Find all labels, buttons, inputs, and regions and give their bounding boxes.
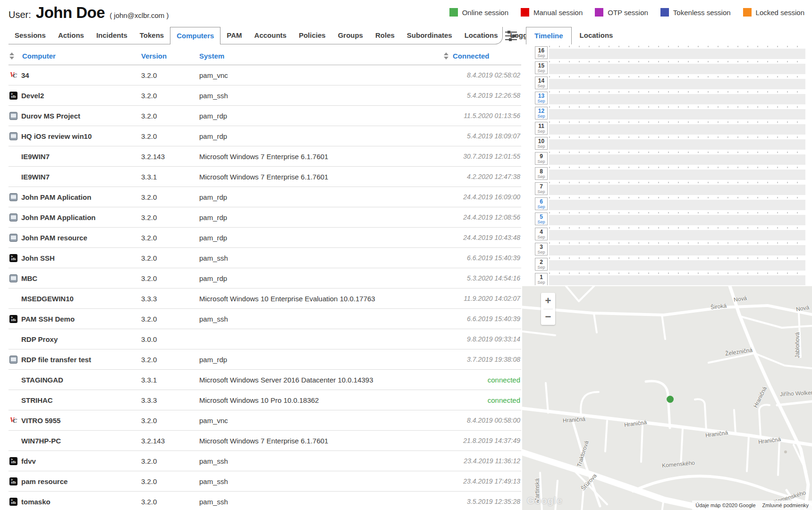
map[interactable]: NováŠirokáNováJabloňováŽelezničnáHraničn… [522, 286, 812, 510]
tab-pam[interactable]: PAM [220, 27, 248, 44]
table-row[interactable]: >_SSHJohn SSH3.2.0pam_ssh6.6.2019 15:40:… [8, 248, 521, 268]
timeline-bar[interactable] [549, 49, 805, 59]
timeline-day: 11 [538, 123, 544, 129]
table-row[interactable]: John PAM Application3.2.0pam_rdp24.4.201… [8, 207, 521, 228]
table-row[interactable]: MBC3.2.0pam_rdp5.3.2020 14:54:16 [8, 268, 521, 289]
cell-system: Microsoft Windows 7 Enterprise 6.1.7601 [199, 437, 444, 445]
table-row[interactable]: >_SSHpam resource3.2.0pam_ssh23.4.2019 1… [8, 471, 521, 492]
table-row[interactable]: IE9WIN73.3.1Microsoft Windows 7 Enterpri… [8, 167, 521, 187]
timeline-date-box[interactable]: 8Sep [535, 167, 548, 180]
table-row[interactable]: John PAM resource3.2.0pam_rdp24.4.2019 1… [8, 228, 521, 248]
timeline-row: 6Sep [533, 196, 805, 212]
connected-status: connected [444, 376, 520, 384]
timeline-bar[interactable] [549, 200, 805, 210]
timeline-date-box[interactable]: 3Sep [535, 243, 548, 255]
cell-connected: 24.4.2019 16:09:00 [444, 193, 521, 201]
location-marker[interactable] [667, 396, 674, 403]
table-row[interactable]: MSEDGEWIN103.3.3Microsoft Windows 10 Ent… [8, 289, 521, 309]
timeline-date-box[interactable]: 10Sep [535, 137, 548, 150]
connected-date: 24.4.2019 12:08:56 [444, 213, 520, 221]
terms-link[interactable]: Zmluvné podmienky [759, 501, 812, 510]
table-row[interactable]: RDP Proxy3.0.09.8.2019 09:33:14 [8, 329, 521, 349]
timeline-bar[interactable] [549, 124, 805, 135]
tab-incidents[interactable]: Incidents [90, 27, 134, 44]
tab-roles[interactable]: Roles [369, 27, 401, 44]
tab-subordinates[interactable]: Subordinates [401, 27, 458, 44]
cell-version: 3.2.0 [141, 213, 199, 221]
table-row[interactable]: >_SSHDevel23.2.0pam_ssh5.4.2019 12:26:58 [8, 85, 521, 106]
zoom-in-button[interactable]: + [541, 293, 555, 309]
timeline-bar[interactable] [549, 154, 805, 165]
table-row[interactable]: RDP file transfer test3.2.0pam_rdp3.7.20… [8, 349, 521, 370]
timeline-bar[interactable] [549, 260, 805, 271]
cell-version: 3.2.0 [141, 356, 199, 364]
computer-name: IE9WIN7 [21, 173, 50, 181]
win10-icon [9, 396, 17, 404]
panel-tab-timeline[interactable]: Timeline [526, 27, 572, 44]
tab-sessions[interactable]: Sessions [8, 27, 52, 44]
zoom-out-button[interactable]: − [541, 309, 555, 325]
timeline-date-box[interactable]: 7Sep [535, 182, 548, 195]
panel-tab-locations[interactable]: Locations [572, 27, 621, 44]
filter-button[interactable] [504, 30, 518, 42]
timeline-ticks [549, 152, 805, 153]
table-row[interactable]: >_SSHPAM SSH Demo3.2.0pam_ssh6.6.2019 15… [8, 309, 521, 329]
cell-system: pam_vnc [199, 416, 444, 425]
column-header-version[interactable]: Version [141, 52, 199, 60]
tab-computers[interactable]: Computers [170, 27, 220, 44]
table-row[interactable]: HQ iOS review win103.2.0pam_rdp5.4.2019 … [8, 126, 521, 146]
timeline-bar[interactable] [549, 94, 805, 104]
cell-version: 3.2.0 [141, 274, 199, 282]
table-row[interactable]: WIN7HP-PC3.2.143Microsoft Windows 7 Ente… [8, 431, 521, 451]
tab-tokens[interactable]: Tokens [134, 27, 170, 44]
timeline-date-box[interactable]: 15Sep [535, 61, 548, 74]
timeline-bar[interactable] [549, 170, 805, 180]
column-header-connected[interactable]: Connected [444, 52, 521, 60]
table-row[interactable]: >_SSHfdvv3.2.0pam_ssh23.4.2019 11:36:12 [8, 451, 521, 471]
tab-actions[interactable]: Actions [52, 27, 90, 44]
timeline-bar[interactable] [549, 275, 805, 285]
table-row[interactable]: VCVITRO 59553.2.0pam_vnc8.4.2019 00:58:0… [8, 410, 521, 431]
table-row[interactable]: John PAM Aplication3.2.0pam_rdp24.4.2019… [8, 187, 521, 207]
timeline-date-box[interactable]: 6Sep [535, 197, 548, 210]
timeline-bar[interactable] [549, 245, 805, 255]
tab-accounts[interactable]: Accounts [248, 27, 293, 44]
timeline-bar[interactable] [549, 215, 805, 225]
table-row[interactable]: STAGINGAD3.3.1Microsoft Windows Server 2… [8, 370, 521, 390]
timeline-row: 14Sep [533, 76, 805, 91]
tab-groups[interactable]: Groups [332, 27, 369, 44]
timeline-date-box[interactable]: 16Sep [535, 46, 548, 59]
timeline-date-box[interactable]: 1Sep [535, 273, 548, 285]
column-header-computer[interactable]: Computer [8, 52, 141, 60]
rdp-icon [9, 274, 17, 282]
cell-computer: MBC [8, 274, 141, 282]
timeline-bar[interactable] [549, 109, 805, 119]
table-row[interactable]: IE9WIN73.2.143Microsoft Windows 7 Enterp… [8, 146, 521, 167]
tab-locations[interactable]: Locations [458, 27, 504, 44]
timeline-date-box[interactable]: 12Sep [535, 107, 548, 119]
timeline-date-box[interactable]: 14Sep [535, 76, 548, 89]
timeline-date-box[interactable]: 13Sep [535, 92, 548, 104]
legend-item: Locked session [743, 8, 804, 17]
timeline-day: 13 [538, 93, 544, 99]
timeline-bar[interactable] [549, 139, 805, 150]
timeline-date-box[interactable]: 2Sep [535, 258, 548, 271]
timeline-bar[interactable] [549, 64, 805, 74]
timeline-date-box[interactable]: 4Sep [535, 228, 548, 240]
table-row[interactable]: >_SSHtomasko3.2.0pam_ssh3.5.2019 12:35:2… [8, 492, 521, 510]
cell-connected: 8.4.2019 00:58:00 [444, 416, 521, 424]
cell-computer: MSEDGEWIN10 [8, 295, 141, 303]
table-row[interactable]: Durov MS Project3.2.0pam_rdp11.5.2020 01… [8, 106, 521, 126]
table-row[interactable]: STRIHAC3.3.3Microsoft Windows 10 Pro 10.… [8, 390, 521, 410]
timeline-bar[interactable] [549, 185, 805, 195]
timeline-date-box[interactable]: 11Sep [535, 122, 548, 135]
column-header-system[interactable]: System [199, 52, 444, 60]
timeline-bar[interactable] [549, 79, 805, 89]
table-row[interactable]: VC343.2.0pam_vnc8.4.2019 02:58:02 [8, 65, 521, 85]
timeline-date-box[interactable]: 5Sep [535, 212, 548, 225]
legend-item: Manual session [521, 8, 583, 17]
timeline-bar[interactable] [549, 230, 805, 240]
timeline-date-box[interactable]: 9Sep [535, 152, 548, 165]
tab-policies[interactable]: Policies [293, 27, 332, 44]
computer-name: WIN7HP-PC [21, 437, 61, 445]
